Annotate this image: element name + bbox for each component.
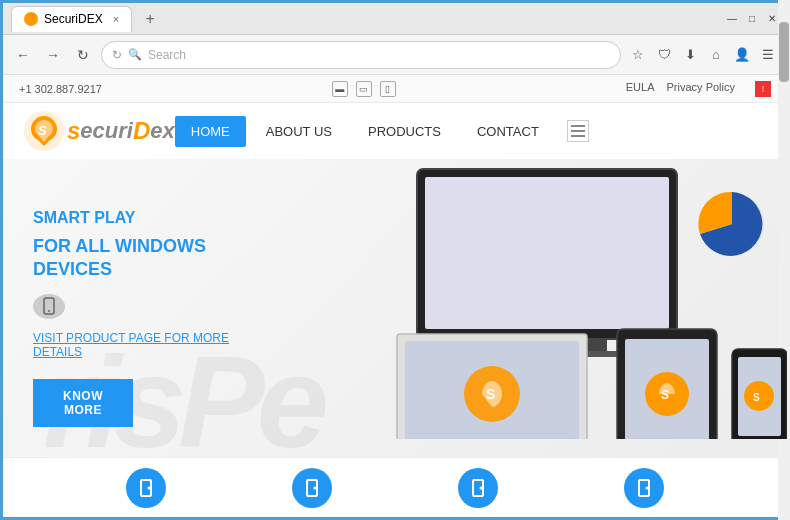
svg-point-25	[314, 486, 317, 489]
hero-section: risPe SMART PLAY FOR ALL WINDOWS DEVICES…	[3, 159, 787, 457]
forward-button[interactable]: →	[41, 43, 65, 67]
scrollbar-thumb[interactable]	[779, 22, 789, 82]
refresh-button[interactable]: ↻	[71, 43, 95, 67]
devices-svg: S S S	[317, 159, 787, 439]
nav-home[interactable]: HOME	[175, 116, 246, 147]
svg-text:S: S	[38, 123, 47, 138]
tab-title: SecuriDEX	[44, 12, 103, 26]
title-bar: SecuriDEX × + — □ ✕	[3, 3, 787, 35]
door-icon-1	[136, 478, 156, 498]
svg-point-29	[646, 486, 649, 489]
search-icon: 🔍	[128, 48, 142, 61]
nav-about[interactable]: ABOUT US	[250, 116, 348, 147]
toolbar-icons: ☆ 🛡 ⬇ ⌂ 👤 ☰	[627, 44, 779, 66]
website-content: +1 302.887.9217 ▬ ▭ ▯ EULA Privacy Polic…	[3, 75, 787, 517]
download-icon[interactable]: ⬇	[679, 44, 701, 66]
hero-devices-illustration: S S S	[317, 159, 787, 457]
browser-tab[interactable]: SecuriDEX ×	[11, 6, 132, 32]
logo[interactable]: S securiDex	[23, 110, 175, 152]
info-bar: +1 302.887.9217 ▬ ▭ ▯ EULA Privacy Polic…	[3, 75, 787, 103]
menu-icon[interactable]: ☰	[757, 44, 779, 66]
svg-point-27	[480, 486, 483, 489]
door-icon-4	[634, 478, 654, 498]
tablet-icon: ▭	[356, 81, 372, 97]
hero-smart-play: SMART PLAY	[33, 209, 273, 227]
door-icon-2	[302, 478, 322, 498]
svg-rect-5	[425, 177, 669, 329]
nav-products[interactable]: PRODUCTS	[352, 116, 457, 147]
smartphone-icon	[40, 297, 58, 315]
phone-number: +1 302.887.9217	[19, 83, 102, 95]
svg-text:S: S	[753, 392, 760, 403]
hamburger-icon[interactable]	[567, 120, 589, 142]
nav-contact[interactable]: CONTACT	[461, 116, 555, 147]
nav-links: HOME ABOUT US PRODUCTS CONTACT	[175, 116, 589, 147]
svg-text:S: S	[661, 388, 669, 402]
eula-link[interactable]: EULA	[626, 81, 655, 97]
new-tab-button[interactable]: +	[138, 7, 162, 31]
user-icon[interactable]: 👤	[731, 44, 753, 66]
maximize-button[interactable]: □	[745, 12, 759, 26]
door-icon-3	[468, 478, 488, 498]
hero-left-content: SMART PLAY FOR ALL WINDOWS DEVICES VISIT…	[3, 159, 303, 457]
logo-icon: S	[23, 110, 65, 152]
minimize-button[interactable]: —	[725, 12, 739, 26]
bottom-icon-2[interactable]	[292, 468, 332, 508]
alert-badge: !	[755, 81, 771, 97]
monitor-icon: ▬	[332, 81, 348, 97]
bottom-bar	[3, 457, 787, 517]
close-button[interactable]: ✕	[765, 12, 779, 26]
phone-icon: ▯	[380, 81, 396, 97]
bottom-icon-4[interactable]	[624, 468, 664, 508]
info-bar-links: EULA Privacy Policy !	[626, 81, 771, 97]
home-icon[interactable]: ⌂	[705, 44, 727, 66]
bottom-icon-1[interactable]	[126, 468, 166, 508]
bookmark-icon[interactable]: ☆	[627, 44, 649, 66]
browser-toolbar: ← → ↻ ↻ 🔍 Search ☆ 🛡 ⬇ ⌂ 👤 ☰	[3, 35, 787, 75]
back-button[interactable]: ←	[11, 43, 35, 67]
bottom-icon-3[interactable]	[458, 468, 498, 508]
tab-favicon	[24, 12, 38, 26]
window-controls: — □ ✕	[725, 12, 779, 26]
info-bar-icons: ▬ ▭ ▯	[332, 81, 396, 97]
website-navbar: S securiDex HOME ABOUT US PRODUCTS CONTA…	[3, 103, 787, 159]
svg-point-23	[148, 486, 151, 489]
tab-close-btn[interactable]: ×	[113, 13, 119, 25]
shield-icon[interactable]: 🛡	[653, 44, 675, 66]
hero-tagline: FOR ALL WINDOWS DEVICES	[33, 235, 273, 282]
reload-icon: ↻	[112, 48, 122, 62]
know-more-button[interactable]: KNOW MORE	[33, 379, 133, 427]
hero-visit-link[interactable]: VISIT PRODUCT PAGE FOR MORE DETAILS	[33, 331, 273, 359]
privacy-link[interactable]: Privacy Policy	[667, 81, 735, 97]
address-bar[interactable]: ↻ 🔍 Search	[101, 41, 621, 69]
search-placeholder: Search	[148, 48, 186, 62]
svg-point-3	[48, 310, 50, 312]
browser-frame: SecuriDEX × + — □ ✕ ← → ↻ ↻ 🔍 Search ☆ 🛡…	[0, 0, 790, 520]
hero-device-icon	[33, 294, 65, 319]
svg-text:S: S	[486, 386, 495, 402]
